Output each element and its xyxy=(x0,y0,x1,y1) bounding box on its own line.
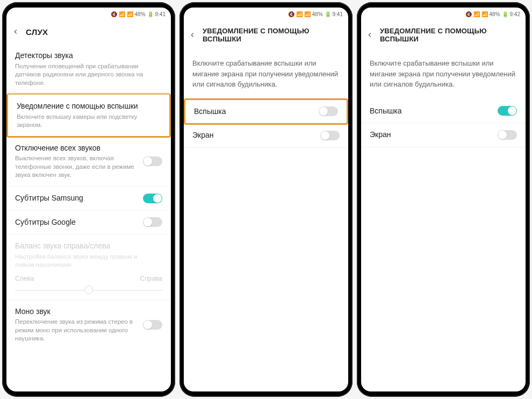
item-title: Баланс звука справа/слева xyxy=(15,241,162,252)
signal-icon: 📶 xyxy=(119,11,125,17)
signal-icon: 📶 xyxy=(473,11,480,17)
highlight-box: Уведомление с помощью вспышки Включите в… xyxy=(6,93,171,138)
battery-icon: 🔋 xyxy=(502,11,508,17)
phone-screen-3: 🔇 📶 📶 48% 🔋 9:42 УВЕДОМЛЕНИЕ С ПОМОЩЬЮ В… xyxy=(361,8,526,391)
balance-slider xyxy=(15,284,162,295)
status-bar: 🔇 📶 📶 48% 🔋 9:41 xyxy=(184,8,348,19)
phone-screen-1: 🔇 📶 📶 48% 🔋 9:41 СЛУХ Детекторы звука По… xyxy=(6,8,171,391)
phone-screen-2: 🔇 📶 📶 48% 🔋 9:41 УВЕДОМЛЕНИЕ С ПОМОЩЬЮ В… xyxy=(184,8,348,391)
clock-text: 9:41 xyxy=(333,11,343,17)
highlight-box: Вспышка xyxy=(184,98,348,125)
back-button[interactable] xyxy=(365,30,375,40)
balance-labels: Слева Справа xyxy=(6,272,171,282)
toggle-google-subtitles[interactable] xyxy=(143,217,162,227)
balance-left-label: Слева xyxy=(15,275,34,282)
item-title: Вспышка xyxy=(194,106,319,117)
item-title: Детекторы звука xyxy=(15,51,162,61)
settings-list: Детекторы звука Получение оповещений при… xyxy=(6,44,171,391)
item-desc: Переключение звука из режима стерео в ре… xyxy=(15,318,143,343)
item-sound-balance: Баланс звука справа/слева Настройка бала… xyxy=(6,234,171,272)
item-samsung-subtitles[interactable]: Субтитры Samsung xyxy=(6,187,171,211)
phone-frame-2: 🔇 📶 📶 48% 🔋 9:41 УВЕДОМЛЕНИЕ С ПОМОЩЬЮ В… xyxy=(179,2,353,397)
item-title: Отключение всех звуков xyxy=(15,143,143,154)
app-bar: УВЕДОМЛЕНИЕ С ПОМОЩЬЮ ВСПЫШКИ xyxy=(361,19,526,51)
wifi-icon: 📶 xyxy=(304,11,311,17)
battery-icon: 🔋 xyxy=(147,11,154,17)
mute-icon: 🔇 xyxy=(288,11,294,17)
slider-thumb xyxy=(84,286,93,294)
wifi-icon: 📶 xyxy=(481,11,488,17)
settings-list: Включите срабатывание вспышки или мигани… xyxy=(361,51,526,391)
page-title: УВЕДОМЛЕНИЕ С ПОМОЩЬЮ ВСПЫШКИ xyxy=(380,27,519,43)
toggle-samsung-subtitles[interactable] xyxy=(143,194,162,203)
page-title: СЛУХ xyxy=(26,27,48,37)
page-title: УВЕДОМЛЕНИЕ С ПОМОЩЬЮ ВСПЫШКИ xyxy=(203,27,342,43)
battery-text: 48% xyxy=(490,11,500,17)
item-title: Субтитры Google xyxy=(15,217,143,228)
item-desc: Получение оповещений при срабатывании да… xyxy=(15,62,144,88)
toggle-flash[interactable] xyxy=(498,106,517,116)
item-sound-detectors[interactable]: Детекторы звука Получение оповещений при… xyxy=(6,44,171,94)
balance-right-label: Справа xyxy=(140,275,162,282)
mute-icon: 🔇 xyxy=(465,11,472,17)
item-title: Субтитры Samsung xyxy=(15,193,143,204)
item-title: Уведомление с помощью вспышки xyxy=(17,101,161,112)
signal-icon: 📶 xyxy=(296,11,303,17)
item-mute-all[interactable]: Отключение всех звуков Выключение всех з… xyxy=(6,137,171,187)
toggle-screen[interactable] xyxy=(498,130,517,140)
chevron-left-icon xyxy=(12,28,19,35)
phone-frame-3: 🔇 📶 📶 48% 🔋 9:42 УВЕДОМЛЕНИЕ С ПОМОЩЬЮ В… xyxy=(357,2,530,397)
status-bar: 🔇 📶 📶 48% 🔋 9:42 xyxy=(361,8,526,19)
clock-text: 9:42 xyxy=(510,11,520,17)
item-title: Экран xyxy=(370,130,498,140)
item-title: Вспышка xyxy=(370,106,498,117)
item-desc: Настройка баланса звука между правым и л… xyxy=(15,253,144,269)
battery-text: 48% xyxy=(135,11,146,17)
phone-frame-1: 🔇 📶 📶 48% 🔋 9:41 СЛУХ Детекторы звука По… xyxy=(2,2,175,397)
chevron-left-icon xyxy=(366,31,373,39)
mute-icon: 🔇 xyxy=(111,11,117,17)
item-desc: Выключение всех звуков, включая телефонн… xyxy=(15,154,143,180)
back-button[interactable] xyxy=(11,27,20,37)
toggle-mute-all[interactable] xyxy=(143,156,162,166)
back-button[interactable] xyxy=(188,30,197,40)
intro-text: Включите срабатывание вспышки или мигани… xyxy=(361,51,526,99)
item-flash[interactable]: Вспышка xyxy=(185,100,347,124)
item-google-subtitles[interactable]: Субтитры Google xyxy=(6,211,171,235)
item-mono-sound[interactable]: Моно звук Переключение звука из режима с… xyxy=(6,300,171,350)
toggle-screen[interactable] xyxy=(320,131,340,140)
item-desc: Включите вспышку камеры или подсветку эк… xyxy=(17,113,146,130)
item-flash[interactable]: Вспышка xyxy=(361,99,526,124)
app-bar: УВЕДОМЛЕНИЕ С ПОМОЩЬЮ ВСПЫШКИ xyxy=(184,19,348,51)
toggle-mono[interactable] xyxy=(143,320,162,330)
clock-text: 9:41 xyxy=(155,11,166,17)
item-title: Моно звук xyxy=(15,307,143,317)
item-flash-notification[interactable]: Уведомление с помощью вспышки Включите в… xyxy=(8,95,169,136)
settings-list: Включите срабатывание вспышки или мигани… xyxy=(184,51,348,391)
toggle-flash[interactable] xyxy=(319,106,338,116)
app-bar: СЛУХ xyxy=(6,19,171,44)
battery-icon: 🔋 xyxy=(325,11,331,17)
item-screen[interactable]: Экран xyxy=(184,124,348,148)
battery-text: 48% xyxy=(312,11,323,17)
intro-text: Включите срабатывание вспышки или мигани… xyxy=(184,51,348,99)
item-screen[interactable]: Экран xyxy=(361,123,526,147)
item-title: Экран xyxy=(192,130,320,141)
status-bar: 🔇 📶 📶 48% 🔋 9:41 xyxy=(6,8,171,19)
chevron-left-icon xyxy=(189,31,196,39)
wifi-icon: 📶 xyxy=(127,11,133,17)
